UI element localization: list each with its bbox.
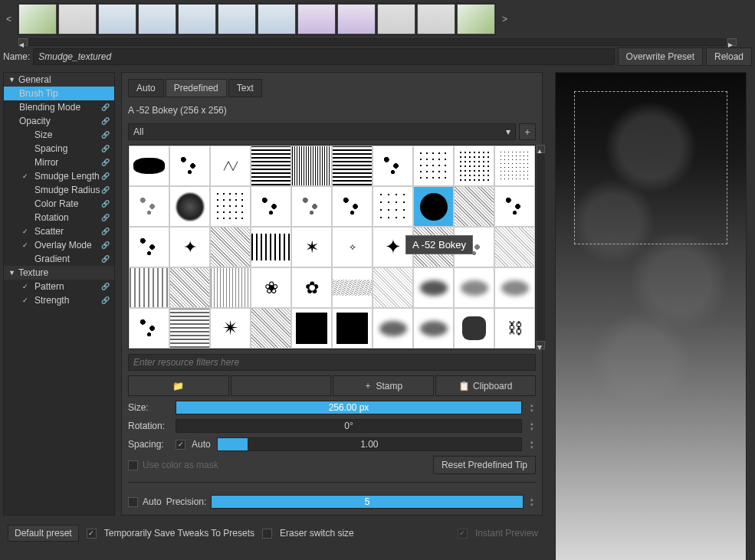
brush-tip-cell[interactable] xyxy=(454,186,494,227)
brush-preset[interactable] xyxy=(457,4,495,34)
sidebar-size[interactable]: Size🔗 xyxy=(4,128,114,142)
brush-tip-cell[interactable] xyxy=(494,146,535,186)
reset-predefined-tip-button[interactable]: Reset Predefined Tip xyxy=(433,456,536,474)
sidebar-pattern[interactable]: ✓Pattern🔗 xyxy=(4,280,114,293)
default-preset-button[interactable]: Default preset xyxy=(8,525,79,542)
brush-tip-cell[interactable] xyxy=(251,146,291,186)
scroll-up-icon[interactable]: ▴ xyxy=(537,145,545,153)
brush-tip-cell[interactable] xyxy=(413,308,454,349)
sidebar-rotation[interactable]: Rotation🔗 xyxy=(4,211,114,224)
sidebar-blending-mode[interactable]: Blending Mode🔗 xyxy=(4,100,114,114)
brush-tip-cell[interactable] xyxy=(129,308,169,349)
brush-tip-cell[interactable] xyxy=(129,186,169,227)
brush-preset[interactable] xyxy=(337,4,376,34)
rotation-slider[interactable]: 0° xyxy=(176,419,522,433)
brush-tip-cell[interactable] xyxy=(129,267,169,308)
brush-tip-cell[interactable] xyxy=(332,146,373,186)
spacing-spinner[interactable]: ▴▾ xyxy=(528,439,536,450)
instant-preview-checkbox[interactable] xyxy=(458,529,468,539)
scroll-right-icon[interactable]: ▸ xyxy=(727,38,737,46)
brush-tip-cell[interactable] xyxy=(373,186,413,227)
brush-tip-cell[interactable]: ⛓ xyxy=(494,308,535,349)
brush-tip-cell[interactable] xyxy=(169,308,210,349)
overwrite-preset-button[interactable]: Overwrite Preset xyxy=(618,47,703,66)
brush-tip-cell[interactable] xyxy=(210,227,251,267)
brush-tip-cell[interactable]: ✦ xyxy=(373,227,413,267)
brush-tip-cell[interactable]: ╱╲╱ xyxy=(210,146,251,186)
clipboard-button[interactable]: 📋Clipboard xyxy=(435,375,537,396)
preset-name-input[interactable] xyxy=(33,48,614,65)
brush-tip-cell[interactable] xyxy=(413,146,454,186)
brush-tip-cell[interactable] xyxy=(332,186,373,227)
brush-preset[interactable] xyxy=(218,4,256,34)
tab-auto[interactable]: Auto xyxy=(128,79,164,97)
brush-tip-cell[interactable] xyxy=(129,146,169,186)
brush-preset[interactable] xyxy=(417,4,455,34)
category-general[interactable]: ▼General xyxy=(4,73,114,87)
brush-tip-cell[interactable] xyxy=(291,308,332,349)
brush-tip-cell[interactable] xyxy=(251,186,291,227)
brush-tip-cell[interactable] xyxy=(373,146,413,186)
sidebar-scatter[interactable]: ✓Scatter🔗 xyxy=(4,224,114,238)
brush-preset[interactable] xyxy=(258,4,296,34)
brush-tip-cell[interactable] xyxy=(454,267,494,308)
brush-preset[interactable] xyxy=(297,4,336,34)
stamp-button[interactable]: ＋Stamp xyxy=(333,375,434,396)
add-tag-button[interactable]: ＋ xyxy=(519,123,536,140)
brush-tip-cell[interactable] xyxy=(251,227,291,267)
brush-tip-cell[interactable] xyxy=(454,146,494,186)
brush-tip-cell[interactable] xyxy=(291,186,332,227)
spacing-slider[interactable]: 1.00 xyxy=(217,437,522,451)
scroll-down-icon[interactable]: ▾ xyxy=(537,341,545,349)
brush-tip-cell[interactable] xyxy=(251,308,291,349)
brush-tip-cell[interactable] xyxy=(332,267,373,308)
sidebar-spacing[interactable]: Spacing🔗 xyxy=(4,142,114,156)
brush-tip-cell[interactable]: ✴ xyxy=(210,308,251,349)
brush-tip-cell[interactable]: ✿ xyxy=(291,267,332,308)
sidebar-strength[interactable]: ✓Strength🔗 xyxy=(4,293,114,307)
import-button[interactable]: 📁 xyxy=(128,375,229,396)
reload-button[interactable]: Reload xyxy=(706,47,752,66)
brush-tip-cell[interactable] xyxy=(210,186,251,227)
sidebar-opacity[interactable]: Opacity🔗 xyxy=(4,114,114,128)
brush-preset[interactable] xyxy=(138,4,176,34)
sidebar-gradient[interactable]: Gradient🔗 xyxy=(4,252,114,266)
brush-tip-cell[interactable] xyxy=(291,146,332,186)
tab-predefined[interactable]: Predefined xyxy=(166,79,227,97)
sidebar-smudge-length[interactable]: ✓Smudge Length🔗 xyxy=(4,169,114,183)
brush-tip-cell[interactable] xyxy=(169,146,210,186)
tab-text[interactable]: Text xyxy=(228,79,262,97)
eraser-switch-checkbox[interactable] xyxy=(262,529,272,539)
next-preset-arrow[interactable]: > xyxy=(499,14,510,25)
brush-tip-cell[interactable] xyxy=(373,308,413,349)
scroll-track[interactable] xyxy=(29,38,726,46)
size-slider[interactable]: 256.00 px xyxy=(176,401,522,414)
category-texture[interactable]: ▼Texture xyxy=(4,266,114,280)
sidebar-mirror[interactable]: Mirror🔗 xyxy=(4,156,114,169)
brush-tip-cell[interactable] xyxy=(413,267,454,308)
brush-tip-cell[interactable] xyxy=(169,186,210,227)
tag-filter-dropdown[interactable]: All▾ xyxy=(128,123,516,140)
sidebar-smudge-radius[interactable]: Smudge Radius🔗 xyxy=(4,183,114,197)
brush-tip-cell[interactable] xyxy=(129,227,169,267)
brush-preset[interactable] xyxy=(58,4,97,34)
scroll-left-icon[interactable]: ◂ xyxy=(18,38,28,46)
brush-preset[interactable] xyxy=(98,4,136,34)
brush-preset[interactable] xyxy=(18,4,57,34)
brush-tip-cell[interactable] xyxy=(454,308,494,349)
precision-auto-checkbox[interactable] xyxy=(128,497,138,507)
brush-tip-cell[interactable]: ✧ xyxy=(332,227,373,267)
brush-tip-cell[interactable] xyxy=(332,308,373,349)
size-spinner[interactable]: ▴▾ xyxy=(528,402,536,413)
spacing-auto-checkbox[interactable] xyxy=(176,440,185,450)
brush-tip-cell-selected[interactable] xyxy=(413,186,454,227)
sidebar-overlay-mode[interactable]: ✓Overlay Mode🔗 xyxy=(4,238,114,252)
prev-preset-arrow[interactable]: < xyxy=(3,14,15,25)
temp-save-checkbox[interactable] xyxy=(87,529,97,539)
brush-tip-cell[interactable] xyxy=(494,186,535,227)
brush-preset[interactable] xyxy=(377,4,415,34)
brush-tip-cell[interactable] xyxy=(494,267,535,308)
precision-slider[interactable]: 5 xyxy=(211,495,524,509)
sidebar-color-rate[interactable]: Color Rate🔗 xyxy=(4,197,114,211)
brush-tip-cell[interactable]: ✶ xyxy=(291,227,332,267)
